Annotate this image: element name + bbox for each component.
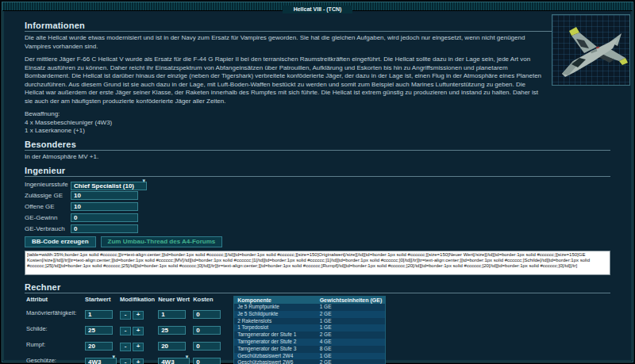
- col-attribut: Attribut: [25, 296, 83, 305]
- neuer-wert-select[interactable]: 4W3: [158, 358, 190, 364]
- divider: [25, 293, 610, 293]
- ship-image: [552, 14, 630, 86]
- divider: [25, 150, 610, 151]
- besonderes-text: In der Atmosphäre MV +1.: [25, 153, 610, 162]
- divider: [25, 31, 610, 32]
- fighter-ship-graphic: [552, 15, 629, 85]
- bewaffnung-item: 4 x Massebeschleuniger (4W3): [25, 119, 112, 126]
- calc-row-rumpf: Rumpf: -+: [25, 336, 222, 352]
- decrement-button[interactable]: -: [120, 358, 131, 364]
- komponente-name: Geschützbasiswert 2W6: [234, 359, 317, 364]
- komponente-name: 1 Torpedoslot: [234, 324, 317, 331]
- offene-ge-input[interactable]: [71, 202, 138, 211]
- calc-header-row: Attribut Startwert Modifikation Neuer We…: [25, 296, 222, 305]
- rechner-area: Attribut Startwert Modifikation Neuer We…: [25, 296, 610, 364]
- section-heading-rechner: Rechner: [25, 282, 610, 292]
- kosten-input[interactable]: [193, 326, 221, 335]
- button-row: BB-Code erzeugen Zum Umbau-Thread des A4…: [25, 236, 610, 247]
- attribute-label: Rumpf:: [25, 336, 83, 352]
- startwert-select[interactable]: 4W3: [85, 358, 117, 364]
- komponente-name: 2 Raketenslots: [234, 318, 317, 325]
- komponente-gewicht: 2 GE: [317, 359, 386, 364]
- komponente-name: Tarngenerator der Stufe 3: [234, 346, 317, 353]
- startwert-input[interactable]: [85, 310, 113, 319]
- decrement-button[interactable]: -: [120, 327, 131, 335]
- ingenieursstufe-label: Ingenieursstufe: [25, 181, 71, 188]
- komponenten-row: Geschützbasiswert 2W41 GE: [234, 353, 386, 360]
- komponente-gewicht: 2 GE: [317, 311, 386, 318]
- info-paragraph-2: Der mittlere Jäger F-66 C Hellcat V wurd…: [25, 56, 610, 105]
- title-bar: Hellcat VIII - (TCN): [2, 2, 633, 11]
- startwert-input[interactable]: [85, 326, 113, 335]
- komponenten-table-body: Je 5 Rumpfpunkte1 GEJe 5 Schildpunkte2 G…: [234, 304, 386, 364]
- komponente-gewicht: 2 GE: [317, 331, 386, 339]
- engineer-form: Ingenieursstufe Chief Specialist (10) Zu…: [25, 179, 610, 233]
- komponenten-row: Je 5 Schildpunkte2 GE: [234, 311, 386, 318]
- calc-row-manoevrierfaehigkeit: Manövrierfähigkeit: -+: [25, 305, 222, 320]
- increment-button[interactable]: +: [133, 327, 144, 335]
- komponente-gewicht: 1 GE: [317, 353, 386, 360]
- komponente-gewicht: 1 GE: [317, 304, 386, 311]
- col-modifikation: Modifikation: [118, 296, 156, 305]
- komponenten-row: 1 Torpedoslot1 GE: [234, 324, 386, 331]
- komponente-name: Tarngenerator der Stufe 2: [234, 339, 317, 346]
- col-startwert: Startwert: [83, 296, 118, 305]
- attribute-label: Geschütze:: [25, 352, 83, 364]
- col-komponente: Komponente: [234, 297, 317, 305]
- komponenten-row: Tarngenerator der Stufe 24 GE: [234, 339, 386, 346]
- offene-ge-label: Offene GE: [25, 203, 71, 210]
- content-area: Informationen Die alte Hellcat wurde etw…: [2, 11, 633, 362]
- bbcode-textarea[interactable]: [table=width:35%;border:1px solid #ccccc…: [25, 251, 610, 275]
- col-neuer-wert: Neuer Wert: [156, 296, 191, 305]
- section-heading-besonderes: Besonderes: [25, 140, 610, 149]
- komponente-gewicht: 8 GE: [317, 346, 386, 353]
- zulaessige-ge-label: Zulässige GE: [25, 192, 71, 199]
- komponente-name: Geschützbasiswert 2W4: [234, 353, 317, 360]
- rechner-left: Attribut Startwert Modifikation Neuer We…: [25, 296, 222, 364]
- neuer-wert-input[interactable]: [158, 310, 186, 319]
- col-gewichtseinheiten: Gewichtseinheiten (GE): [317, 297, 386, 305]
- komponente-name: Je 5 Schildpunkte: [234, 311, 317, 318]
- neuer-wert-input[interactable]: [158, 326, 186, 335]
- calc-row-geschuetze: Geschütze: 4W3 -+ 4W3: [25, 352, 222, 364]
- zulaessige-ge-input[interactable]: [71, 191, 138, 200]
- col-kosten: Kosten: [191, 296, 222, 305]
- komponente-gewicht: 1 GE: [317, 324, 386, 331]
- attribute-label: Manövrierfähigkeit:: [25, 305, 83, 320]
- ge-gewinn-label: GE-Gewinn: [25, 214, 71, 221]
- kosten-input[interactable]: [193, 342, 221, 351]
- bewaffnung-block: Bewaffnung: 4 x Massebeschleuniger (4W3)…: [25, 110, 610, 135]
- komponenten-row: Geschützbasiswert 2W62 GE: [234, 359, 386, 364]
- info-paragraph-1: Die alte Hellcat wurde etwas modernisier…: [25, 34, 610, 51]
- komponente-name: Tarngenerator der Stufe 1: [234, 331, 317, 339]
- app-window: Hellcat VIII - (TCN) Informationen Die a…: [2, 2, 633, 362]
- calculator-table: Attribut Startwert Modifikation Neuer We…: [25, 296, 222, 364]
- komponente-name: Je 5 Rumpfpunkte: [234, 304, 317, 311]
- decrement-button[interactable]: -: [120, 343, 131, 351]
- bewaffnung-item: 1 x Laserkanone (+1): [25, 127, 85, 134]
- attribute-label: Schilde:: [25, 320, 83, 336]
- increment-button[interactable]: +: [133, 311, 144, 320]
- ingenieursstufe-select[interactable]: Chief Specialist (10): [71, 182, 147, 190]
- decrement-button[interactable]: -: [120, 311, 131, 320]
- bbcode-generate-button[interactable]: BB-Code erzeugen: [25, 236, 96, 247]
- komponente-gewicht: 1 GE: [317, 318, 386, 325]
- startwert-input[interactable]: [85, 342, 113, 351]
- calc-row-schilde: Schilde: -+: [25, 320, 222, 336]
- increment-button[interactable]: +: [133, 343, 144, 351]
- komponenten-row: Tarngenerator der Stufe 38 GE: [234, 346, 386, 353]
- ge-verbrauch-label: GE-Verbrauch: [25, 225, 71, 232]
- kosten-input[interactable]: [193, 358, 221, 364]
- ge-verbrauch-input[interactable]: [71, 224, 138, 233]
- section-heading-ingenieur: Ingenieur: [25, 166, 610, 175]
- komponenten-row: Tarngenerator der Stufe 12 GE: [234, 331, 386, 339]
- komponente-gewicht: 4 GE: [317, 339, 386, 346]
- komponenten-row: 2 Raketenslots1 GE: [234, 318, 386, 325]
- increment-button[interactable]: +: [133, 358, 144, 364]
- kosten-input[interactable]: [193, 310, 221, 319]
- komponenten-table: Komponente Gewichtseinheiten (GE) Je 5 R…: [233, 296, 386, 364]
- neuer-wert-input[interactable]: [158, 342, 186, 351]
- bewaffnung-label: Bewaffnung:: [25, 110, 60, 117]
- forum-thread-button[interactable]: Zum Umbau-Thread des A4-Forums: [101, 236, 223, 247]
- ge-gewinn-input[interactable]: [71, 213, 138, 222]
